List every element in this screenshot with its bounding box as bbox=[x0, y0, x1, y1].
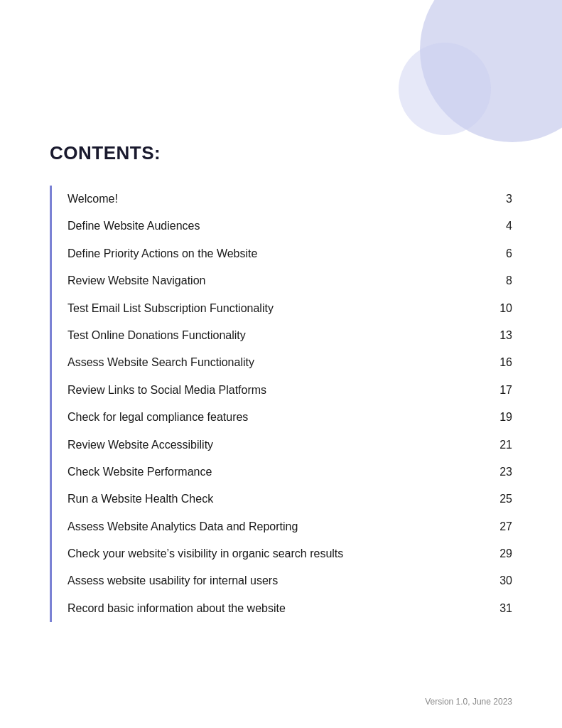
toc-item: Assess Website Search Functionality16 bbox=[67, 349, 512, 376]
toc-item: Review Links to Social Media Platforms17 bbox=[67, 377, 512, 404]
toc-item: Define Priority Actions on the Website6 bbox=[67, 240, 512, 267]
toc-item-page: 31 bbox=[491, 602, 512, 615]
toc-item: Define Website Audiences4 bbox=[67, 213, 512, 240]
toc-item-label: Run a Website Health Check bbox=[67, 491, 491, 507]
toc-item-page: 21 bbox=[491, 439, 512, 451]
toc-item-page: 30 bbox=[491, 574, 512, 587]
toc-item: Test Online Donations Functionality13 bbox=[67, 322, 512, 349]
toc-item-page: 27 bbox=[491, 520, 512, 533]
toc-item-label: Define Website Audiences bbox=[67, 218, 491, 234]
toc-item: Assess website usability for internal us… bbox=[67, 567, 512, 594]
toc-item-page: 29 bbox=[491, 547, 512, 560]
toc-item: Check Website Performance23 bbox=[67, 459, 512, 486]
toc-item-label: Assess Website Search Functionality bbox=[67, 355, 491, 370]
contents-heading: CONTENTS: bbox=[50, 142, 512, 164]
toc-item-label: Record basic information about the websi… bbox=[67, 601, 491, 616]
toc-item-page: 13 bbox=[491, 329, 512, 342]
toc-item-page: 25 bbox=[491, 493, 512, 505]
toc-item: Review Website Navigation8 bbox=[67, 267, 512, 294]
toc-item-page: 16 bbox=[491, 356, 512, 369]
table-of-contents: Welcome!3Define Website Audiences4Define… bbox=[50, 186, 512, 622]
toc-item-page: 23 bbox=[491, 466, 512, 478]
toc-item-label: Test Email List Subscription Functionali… bbox=[67, 301, 491, 316]
toc-item-page: 17 bbox=[491, 384, 512, 397]
toc-item-page: 6 bbox=[491, 247, 512, 260]
page: CONTENTS: Welcome!3Define Website Audien… bbox=[0, 0, 562, 728]
toc-item: Check for legal compliance features19 bbox=[67, 404, 512, 431]
toc-item-page: 3 bbox=[491, 193, 512, 205]
toc-item-label: Test Online Donations Functionality bbox=[67, 328, 491, 343]
toc-item-page: 19 bbox=[491, 411, 512, 424]
toc-item-label: Review Website Accessibility bbox=[67, 437, 491, 453]
toc-item: Record basic information about the websi… bbox=[67, 595, 512, 622]
toc-item-page: 8 bbox=[491, 274, 512, 287]
toc-item: Run a Website Health Check25 bbox=[67, 486, 512, 513]
toc-item-label: Review Links to Social Media Platforms bbox=[67, 382, 491, 398]
toc-item: Check your website’s visibility in organ… bbox=[67, 540, 512, 567]
toc-item-label: Check Website Performance bbox=[67, 464, 491, 480]
toc-item: Assess Website Analytics Data and Report… bbox=[67, 513, 512, 540]
toc-item: Test Email List Subscription Functionali… bbox=[67, 295, 512, 322]
toc-item-label: Check your website’s visibility in organ… bbox=[67, 546, 491, 562]
toc-item-label: Assess Website Analytics Data and Report… bbox=[67, 519, 491, 535]
toc-item-label: Assess website usability for internal us… bbox=[67, 573, 491, 589]
toc-item-page: 4 bbox=[491, 220, 512, 232]
main-content: CONTENTS: Welcome!3Define Website Audien… bbox=[0, 0, 562, 665]
toc-item-page: 10 bbox=[491, 302, 512, 315]
toc-item: Review Website Accessibility21 bbox=[67, 432, 512, 459]
toc-item: Welcome!3 bbox=[67, 186, 512, 213]
toc-item-label: Check for legal compliance features bbox=[67, 410, 491, 425]
toc-item-label: Welcome! bbox=[67, 191, 491, 207]
toc-item-label: Review Website Navigation bbox=[67, 273, 491, 289]
version-label: Version 1.0, June 2023 bbox=[425, 697, 512, 707]
toc-item-label: Define Priority Actions on the Website bbox=[67, 246, 491, 262]
